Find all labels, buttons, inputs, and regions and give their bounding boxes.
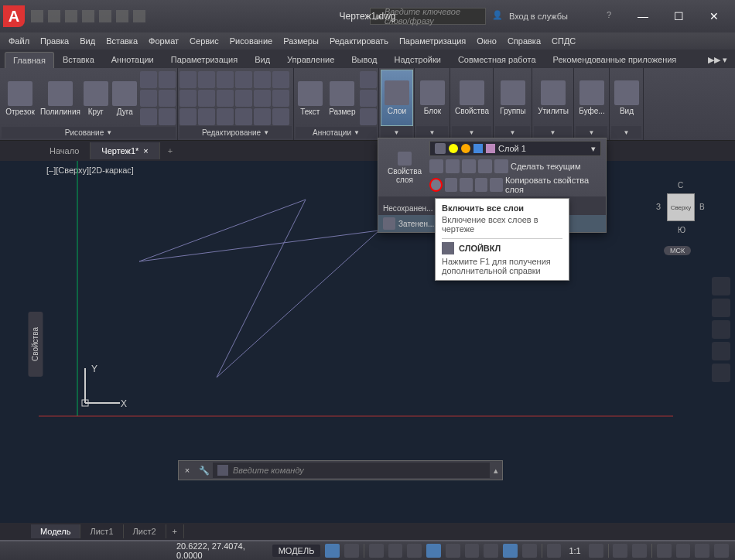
cmdline-input[interactable]: Введите команду bbox=[213, 463, 490, 478]
menu-window[interactable]: Окно bbox=[471, 36, 502, 46]
ribbon-play-icon[interactable]: ▶▶ ▾ bbox=[700, 52, 735, 68]
draw-arc-button[interactable]: Дуга bbox=[111, 70, 138, 127]
modify-icon[interactable] bbox=[217, 108, 234, 125]
copy-props-label[interactable]: Копировать свойства слоя bbox=[505, 176, 601, 194]
modify-icon[interactable] bbox=[254, 90, 271, 107]
ribbon-tab-insert[interactable]: Вставка bbox=[54, 51, 103, 68]
modify-icon[interactable] bbox=[198, 108, 215, 125]
nav-orbit-icon[interactable] bbox=[712, 342, 730, 360]
status-isolate-icon[interactable] bbox=[657, 544, 672, 558]
modify-icon[interactable] bbox=[179, 90, 197, 107]
viewcube-south[interactable]: Ю bbox=[678, 226, 685, 234]
menu-view[interactable]: Вид bbox=[74, 36, 101, 46]
mdi-close-icon[interactable] bbox=[721, 36, 732, 46]
mdi-restore-icon[interactable] bbox=[707, 36, 718, 46]
layer-tool-icon[interactable] bbox=[475, 178, 488, 192]
status-annoscale-icon[interactable] bbox=[547, 544, 562, 558]
modify-icon[interactable] bbox=[272, 71, 289, 88]
panel-label-groups[interactable]: ▼ bbox=[495, 126, 530, 138]
layout-tab-model[interactable]: Модель bbox=[31, 524, 80, 538]
annot-small-icon[interactable] bbox=[360, 108, 377, 125]
ribbon-tab-home[interactable]: Главная bbox=[5, 52, 54, 68]
draw-small-icon[interactable] bbox=[159, 108, 176, 125]
viewcube-east[interactable]: В bbox=[699, 203, 705, 211]
draw-polyline-button[interactable]: Полилиния bbox=[40, 70, 80, 127]
ribbon-tab-collab[interactable]: Совместная работа bbox=[450, 51, 545, 68]
app-exchange-icon[interactable] bbox=[573, 10, 585, 22]
status-polar-icon[interactable] bbox=[388, 544, 403, 558]
modify-icon[interactable] bbox=[254, 71, 271, 88]
qat-plot-icon[interactable] bbox=[99, 10, 111, 22]
minimize-button[interactable]: — bbox=[625, 5, 661, 28]
ribbon-tab-annotate[interactable]: Аннотации bbox=[103, 51, 162, 68]
layer-selector[interactable]: Слой 1 ▾ bbox=[429, 141, 601, 156]
command-line[interactable]: × 🔧 Введите команду ▴ bbox=[178, 460, 503, 480]
modify-icon[interactable] bbox=[254, 108, 271, 125]
make-current-label[interactable]: Сделать текущим bbox=[511, 162, 580, 171]
menu-edit[interactable]: Правка bbox=[35, 36, 74, 46]
layer-makecurrent-icon[interactable] bbox=[494, 159, 508, 173]
layer-tool-icon[interactable] bbox=[429, 159, 443, 173]
viewcube-west[interactable]: З bbox=[656, 203, 661, 211]
panel-label-view[interactable]: ▼ bbox=[611, 126, 641, 138]
draw-small-icon[interactable] bbox=[159, 71, 176, 88]
nav-showmotion-icon[interactable] bbox=[712, 364, 730, 382]
status-ortho-icon[interactable] bbox=[369, 544, 384, 558]
cmdline-customize-icon[interactable]: 🔧 bbox=[196, 466, 213, 476]
annot-small-icon[interactable] bbox=[360, 71, 377, 88]
qat-undo-icon[interactable] bbox=[116, 10, 128, 22]
status-scale[interactable]: 1:1 bbox=[566, 546, 583, 555]
draw-small-icon[interactable] bbox=[140, 108, 157, 125]
viewcube-top[interactable]: Сверху bbox=[667, 193, 695, 221]
draw-small-icon[interactable] bbox=[140, 90, 157, 107]
modify-icon[interactable] bbox=[179, 108, 197, 125]
qat-saveas-icon[interactable] bbox=[82, 10, 94, 22]
doctab-current[interactable]: Чертеж1*× bbox=[91, 142, 159, 159]
groups-button[interactable]: Группы bbox=[495, 70, 531, 126]
mdi-minimize-icon[interactable] bbox=[693, 36, 704, 46]
maximize-button[interactable]: ☐ bbox=[661, 5, 696, 28]
properties-button[interactable]: Свойства bbox=[452, 70, 492, 126]
modify-icon[interactable] bbox=[272, 108, 289, 125]
annot-small-icon[interactable] bbox=[360, 90, 377, 107]
status-gear-icon[interactable] bbox=[589, 544, 603, 558]
ribbon-tab-view[interactable]: Вид bbox=[246, 51, 279, 68]
draw-small-icon[interactable] bbox=[159, 90, 176, 107]
ribbon-tab-output[interactable]: Вывод bbox=[343, 51, 385, 68]
doctab-start[interactable]: Начало bbox=[39, 142, 91, 159]
status-grid-icon[interactable] bbox=[325, 544, 340, 558]
menu-dimension[interactable]: Размеры bbox=[278, 36, 324, 46]
ribbon-tab-featured[interactable]: Рекомендованные приложения bbox=[545, 51, 685, 68]
block-button[interactable]: Блок bbox=[416, 70, 449, 126]
layer-on-all-icon[interactable] bbox=[429, 178, 443, 192]
close-tab-icon[interactable]: × bbox=[143, 146, 148, 155]
layer-tool-icon[interactable] bbox=[462, 159, 476, 173]
modify-icon[interactable] bbox=[235, 108, 252, 125]
layer-tool-icon[interactable] bbox=[446, 159, 460, 173]
signin-label[interactable]: Вход в службы bbox=[509, 12, 568, 21]
layers-button[interactable]: Слои bbox=[381, 70, 413, 126]
status-model[interactable]: МОДЕЛЬ bbox=[272, 545, 321, 557]
draw-small-icon[interactable] bbox=[140, 71, 157, 88]
panel-label-utilities[interactable]: ▼ bbox=[534, 126, 572, 138]
status-lweight-icon[interactable] bbox=[446, 544, 460, 558]
panel-label-draw[interactable]: Рисование▼ bbox=[2, 127, 176, 138]
nav-wheel-icon[interactable] bbox=[712, 277, 730, 295]
menu-tools[interactable]: Сервис bbox=[184, 36, 224, 46]
viewcube-wcs[interactable]: МСК bbox=[664, 246, 691, 255]
status-snap-icon[interactable] bbox=[344, 544, 359, 558]
menu-spds[interactable]: СПДС bbox=[546, 36, 581, 46]
nav-pan-icon[interactable] bbox=[712, 299, 730, 317]
status-otrack-icon[interactable] bbox=[426, 544, 441, 558]
cmdline-close-icon[interactable]: × bbox=[179, 466, 196, 475]
utilities-button[interactable]: Утилиты bbox=[534, 70, 573, 126]
menu-format[interactable]: Формат bbox=[143, 36, 184, 46]
panel-label-layers[interactable]: ▼ bbox=[381, 126, 412, 138]
status-osnap-icon[interactable] bbox=[407, 544, 422, 558]
status-qprops-icon[interactable] bbox=[522, 544, 537, 558]
qat-save-icon[interactable] bbox=[65, 10, 77, 22]
qat-open-icon[interactable] bbox=[48, 10, 60, 22]
close-button[interactable]: ✕ bbox=[696, 5, 732, 28]
modify-icon[interactable] bbox=[272, 90, 289, 107]
panel-label-clipboard[interactable]: ▼ bbox=[576, 126, 607, 138]
